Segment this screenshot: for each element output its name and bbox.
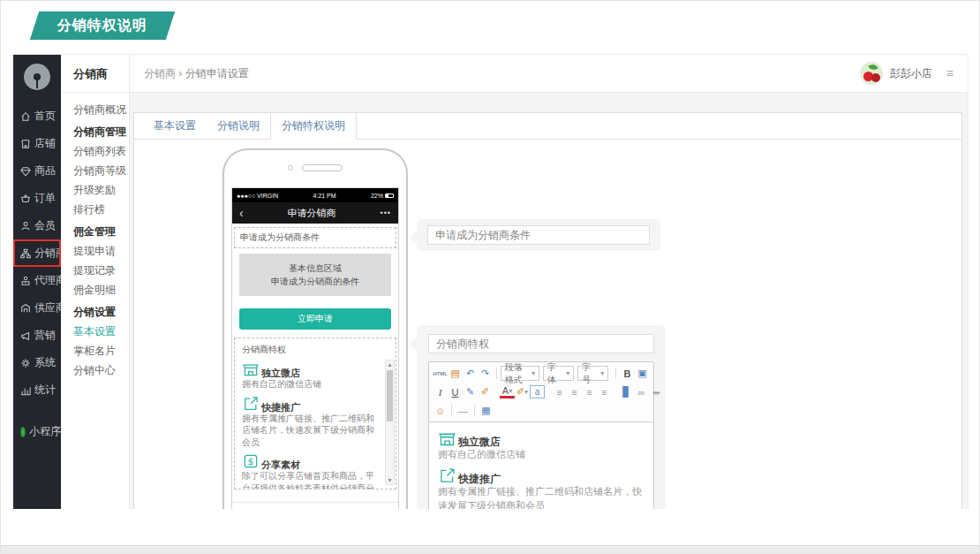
sidebar-item-home[interactable]: 首页 <box>13 102 61 130</box>
emoji-button[interactable]: ☺ <box>433 403 448 418</box>
submenu-item-basic-settings[interactable]: 基本设置 <box>73 322 129 341</box>
submenu-item-withdraw-record[interactable]: 提现记录 <box>73 261 129 280</box>
more-dots-icon[interactable]: ••• <box>381 209 391 217</box>
html-source-button[interactable]: HTML <box>433 366 448 381</box>
align-justify-button[interactable]: ≡ <box>597 384 612 399</box>
app-logo[interactable] <box>24 64 50 90</box>
submenu-item-withdraw-apply[interactable]: 提现申请 <box>73 241 129 261</box>
phone-tab-bar: ⌂ ▦ ⊔ ○ ● <box>232 502 398 509</box>
paragraph-format-dropdown[interactable]: 段落格式▾ <box>501 366 539 381</box>
insert-image-button[interactable]: ▤ <box>448 366 463 381</box>
tab-basic-settings[interactable]: 基本设置 <box>143 113 207 139</box>
user-name[interactable]: 彭彭小店 <box>890 66 932 81</box>
user-avatar[interactable] <box>860 62 883 85</box>
cart-tab-icon[interactable]: ⊔ <box>313 506 321 510</box>
sidebar-item-goods[interactable]: 商品 <box>13 157 61 185</box>
sidebar-item-supplier[interactable]: 供应商 <box>13 294 61 322</box>
format-brush-button[interactable]: ✐ <box>478 384 493 399</box>
font-family-dropdown[interactable]: 字体▾ <box>543 366 574 381</box>
fullscreen-button[interactable]: ▣ <box>635 366 650 381</box>
sidebar-item-miniprogram[interactable]: 小程序 <box>13 418 61 445</box>
font-color-button[interactable]: A▾ <box>500 386 515 398</box>
unlink-button[interactable]: ∞ <box>649 384 664 399</box>
highlight-color-button[interactable]: ✐▾ <box>515 384 530 399</box>
background-color-button[interactable]: a <box>530 385 545 398</box>
footer-strip <box>1 545 979 553</box>
basic-info-box: 基本信息区域 申请成为分销商的条件 <box>239 254 391 296</box>
page-title-banner: 分销特权说明 <box>30 11 175 40</box>
privilege-item: 快捷推广 拥有专属推广链接、推广二维码和店铺名片，快速发展下级分销商和会员 <box>438 467 645 509</box>
sidebar-item-label: 店铺 <box>34 136 56 151</box>
sidebar-item-stats[interactable]: 统计 <box>13 376 61 404</box>
font-size-dropdown[interactable]: 字号▾ <box>577 366 608 381</box>
privilege-name: 快捷推广 <box>261 402 300 413</box>
phone-status-bar: ●●●○○ VIRGIN 4:21 PM 22% <box>232 188 398 202</box>
apply-now-button[interactable]: 立即申请 <box>239 308 391 330</box>
link-button[interactable]: ∞ <box>634 384 649 399</box>
chevron-down-icon: ▾ <box>531 369 535 377</box>
menu-icon[interactable]: ≡ <box>946 66 954 80</box>
undo-button[interactable]: ↶ <box>463 366 478 381</box>
tab-panel: ●●●○○ VIRGIN 4:21 PM 22% ‹ 申请分销商 ••• 申请成… <box>134 140 961 509</box>
share-material-icon: $ <box>242 452 260 470</box>
sidebar-item-members[interactable]: 会员 <box>13 212 61 239</box>
info-line-2: 申请成为分销商的条件 <box>243 275 388 288</box>
privilege-desc: 除了可以分享店铺首页和商品，平台还提供各种精美素材供分销商分享 <box>242 470 377 489</box>
format-eraser-button[interactable]: ✎ <box>463 384 478 399</box>
tab-privilege-note[interactable]: 分销特权说明 <box>270 112 357 140</box>
align-center-button[interactable]: ≡ <box>567 384 582 399</box>
submenu-item-distribution-center[interactable]: 分销中心 <box>73 360 129 380</box>
insert-table-button[interactable]: ▦ <box>479 403 494 418</box>
submenu-item-list[interactable]: 分销商列表 <box>73 141 129 161</box>
underline-button[interactable]: U <box>448 384 463 399</box>
redo-button[interactable]: ↷ <box>478 366 493 381</box>
sidebar-item-orders[interactable]: 订单 <box>13 185 61 212</box>
micro-shop-icon <box>242 360 260 378</box>
scrollbar[interactable]: ▲ ▼ <box>385 360 395 485</box>
privilege-name: 独立微店 <box>261 368 300 378</box>
italic-button[interactable]: I <box>433 384 448 399</box>
condition-title-input[interactable] <box>427 225 650 245</box>
sidebar-item-system[interactable]: 系统 <box>13 349 61 376</box>
submenu-item-commission-detail[interactable]: 佣金明细 <box>73 280 129 300</box>
scrollbar-thumb[interactable] <box>387 370 393 421</box>
submenu-item-overview[interactable]: 分销商概况 <box>73 100 129 119</box>
secondary-sidebar: 分销商 分销商概况 分销商管理 分销商列表 分销商等级 升级奖励 排行榜 佣金管… <box>61 55 130 509</box>
privilege-title-input[interactable] <box>428 334 654 353</box>
screenshot-canvas: 分销特权说明 首页 店铺 商品 订单 会员 <box>0 0 980 554</box>
privilege-item: 独立微店 拥有自己的微信店铺 <box>242 360 377 391</box>
sidebar-item-shop[interactable]: 店铺 <box>13 130 61 157</box>
scroll-down-icon[interactable]: ▼ <box>386 477 394 483</box>
privilege-desc: 拥有专属推广链接、推广二维码和店铺名片，快速发展下级分销商和会员 <box>242 413 377 449</box>
submenu-item-level[interactable]: 分销商等级 <box>73 161 129 180</box>
submenu-item-shopkeeper-card[interactable]: 掌柜名片 <box>73 341 129 360</box>
camera-icon <box>288 165 293 171</box>
breadcrumb-parent[interactable]: 分销商 <box>144 67 176 80</box>
home-tab-icon[interactable]: ⌂ <box>245 506 252 509</box>
profile-tab-icon[interactable]: ○ <box>348 506 354 509</box>
sidebar-item-agent[interactable]: 代理商 <box>13 267 61 294</box>
agent-icon <box>20 276 31 286</box>
horizontal-rule-button[interactable]: — <box>456 403 471 418</box>
category-tab-icon[interactable]: ▦ <box>278 506 287 510</box>
battery-icon <box>385 194 394 198</box>
align-right-button[interactable]: ≡ <box>582 384 597 399</box>
condition-placeholder-box[interactable]: 申请成为分销商条件 <box>234 227 396 248</box>
sidebar-item-label: 营销 <box>34 328 56 343</box>
blocks-button[interactable]: ▊ <box>619 384 634 399</box>
submenu-item-ranking[interactable]: 排行榜 <box>73 200 129 219</box>
sidebar-item-distributor[interactable]: 分销商 <box>13 239 61 267</box>
privilege-preview-box[interactable]: 分销商特权 独立微店 拥有自己的微信店铺 <box>234 338 396 489</box>
sidebar-item-marketing[interactable]: 营销 <box>13 322 61 349</box>
bold-button[interactable]: B <box>620 366 635 381</box>
tab-distribution-note[interactable]: 分销说明 <box>207 113 270 139</box>
header-user-area: 彭彭小店 ≡ <box>860 62 954 85</box>
align-left-button[interactable]: ≡ <box>552 384 567 399</box>
main-content: 基本设置 分销说明 分销特权说明 ●●●○○ VIRGIN <box>130 93 968 509</box>
submenu-item-upgrade[interactable]: 升级奖励 <box>73 180 129 200</box>
secondary-menu: 分销商概况 分销商管理 分销商列表 分销商等级 升级奖励 排行榜 佣金管理 提现… <box>61 93 129 380</box>
sidebar-item-label: 首页 <box>34 109 56 124</box>
editor-content[interactable]: 独立微店 拥有自己的微信店铺 快捷推广 拥有专属推广链接、推广二 <box>429 422 653 509</box>
scroll-up-icon[interactable]: ▲ <box>386 361 394 368</box>
tab-bar: 基本设置 分销说明 分销特权说明 <box>134 113 961 140</box>
